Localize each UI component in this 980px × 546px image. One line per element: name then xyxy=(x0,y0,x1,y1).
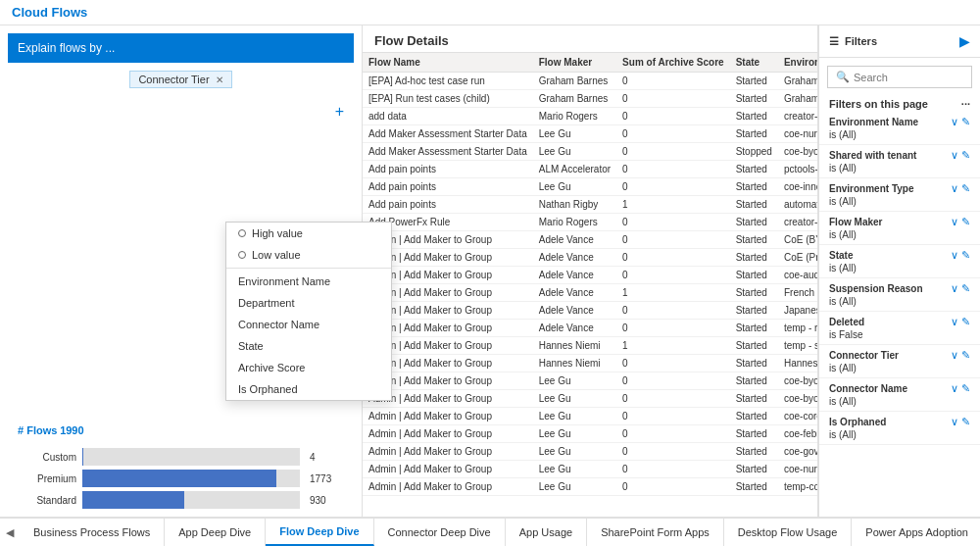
table-row[interactable]: [EPA] Run test cases (child) Graham Barn… xyxy=(363,90,817,108)
filter-edit-icon[interactable]: ✎ xyxy=(961,416,970,428)
cell-flow-name: Add pain points xyxy=(363,196,533,214)
filter-item-icons[interactable]: ∨ ✎ xyxy=(951,282,970,295)
filter-chevron-icon[interactable]: ∨ xyxy=(951,182,958,195)
filter-search-box[interactable]: 🔍 xyxy=(827,66,972,88)
table-row[interactable]: Admin | Add Maker to Group Lee Gu 0 Star… xyxy=(363,478,817,496)
cell-env-name: coe-byodl-test xyxy=(778,390,817,408)
filter-item-icons[interactable]: ∨ ✎ xyxy=(951,316,970,328)
table-row[interactable]: Add PowerFx Rule Mario Rogers 0 Started … xyxy=(363,214,817,231)
filter-edit-icon[interactable]: ✎ xyxy=(961,116,970,128)
table-row[interactable]: Admin | Add Maker to Group Adele Vance 1… xyxy=(363,284,817,302)
tab-desktop-flow-usage[interactable]: Desktop Flow Usage xyxy=(724,519,853,546)
filter-item-icons[interactable]: ∨ ✎ xyxy=(951,382,970,395)
dropdown-item-connector-name[interactable]: Connector Name xyxy=(226,314,391,335)
filter-item-value: is (All) xyxy=(829,196,970,207)
tab-power-apps-adoption[interactable]: Power Apps Adoption xyxy=(852,519,980,546)
search-icon: 🔍 xyxy=(836,71,850,83)
explain-box[interactable]: Explain flows by ... xyxy=(8,33,354,63)
tab-sharepoint-form-apps[interactable]: SharePoint Form Apps xyxy=(587,519,724,546)
tab-app-deep-dive[interactable]: App Deep Dive xyxy=(165,519,266,546)
dropdown-item-is-orphaned[interactable]: Is Orphaned xyxy=(226,378,391,400)
filter-edit-icon[interactable]: ✎ xyxy=(961,382,970,395)
table-row[interactable]: [EPA] Ad-hoc test case run Graham Barnes… xyxy=(363,73,817,90)
table-row[interactable]: Add pain points Lee Gu 0 Started coe-inn… xyxy=(363,178,817,196)
filters-collapse-button[interactable]: ▶ xyxy=(959,33,970,49)
dropdown-separator xyxy=(226,268,391,269)
filter-item-value: is (All) xyxy=(829,296,970,307)
table-row[interactable]: Add pain points Nathan Rigby 1 Started a… xyxy=(363,196,817,214)
tab-connector-deep-dive[interactable]: Connector Deep Dive xyxy=(374,519,506,546)
cell-archive-score: 0 xyxy=(616,461,730,478)
table-row[interactable]: Admin | Add Maker to Group Lee Gu 0 Star… xyxy=(363,425,817,443)
high-value-dot-icon xyxy=(238,229,246,237)
table-row[interactable]: Add pain points ALM Accelerator 0 Starte… xyxy=(363,161,817,178)
cell-flow-name: Admin | Add Maker to Group xyxy=(363,425,533,443)
filter-chevron-icon[interactable]: ∨ xyxy=(951,349,958,362)
table-row[interactable]: Admin | Add Maker to Group Adele Vance 0… xyxy=(363,231,817,249)
table-row[interactable]: Admin | Add Maker to Group Adele Vance 0… xyxy=(363,267,817,284)
filter-item-icons[interactable]: ∨ ✎ xyxy=(951,149,970,162)
filter-chevron-icon[interactable]: ∨ xyxy=(951,149,958,162)
table-row[interactable]: Admin | Add Maker to Group Hannes Niemi … xyxy=(363,337,817,355)
filter-edit-icon[interactable]: ✎ xyxy=(961,182,970,195)
table-row[interactable]: Admin | Add Maker to Group Hannes Niemi … xyxy=(363,355,817,372)
cell-env-name: temp - setup testing 1 xyxy=(778,337,817,355)
tab-business-process-flows[interactable]: Business Process Flows xyxy=(20,519,165,546)
filter-chevron-icon[interactable]: ∨ xyxy=(951,116,958,128)
table-row[interactable]: Admin | Add Maker to Group Lee Gu 0 Star… xyxy=(363,390,817,408)
filter-item-icons[interactable]: ∨ ✎ xyxy=(951,116,970,128)
filters-more-icon[interactable]: ··· xyxy=(961,98,970,110)
filter-edit-icon[interactable]: ✎ xyxy=(961,149,970,162)
cell-env-name: temp - remove CC xyxy=(778,320,817,337)
dropdown-item-state[interactable]: State xyxy=(226,335,391,357)
tab-nav-left[interactable]: ◀ xyxy=(0,519,20,546)
table-row[interactable]: Admin | Add Maker to Group Adele Vance 0… xyxy=(363,320,817,337)
filter-chevron-icon[interactable]: ∨ xyxy=(951,416,958,428)
table-row[interactable]: Admin | Add Maker to Group Adele Vance 0… xyxy=(363,249,817,267)
filter-item-icons[interactable]: ∨ ✎ xyxy=(951,416,970,428)
dropdown-item-archive-score[interactable]: Archive Score xyxy=(226,357,391,378)
table-row[interactable]: add data Mario Rogers 0 Started creator-… xyxy=(363,108,817,125)
bar-label-standard: Standard xyxy=(18,495,76,506)
col-env-name: Environment Name xyxy=(778,53,817,73)
filter-edit-icon[interactable]: ✎ xyxy=(961,282,970,295)
filter-edit-icon[interactable]: ✎ xyxy=(961,349,970,362)
table-row[interactable]: Admin | Add Maker to Group Lee Gu 0 Star… xyxy=(363,372,817,390)
col-state: State xyxy=(730,53,778,73)
cell-archive-score: 0 xyxy=(616,125,730,143)
dropdown-item-env-name[interactable]: Environment Name xyxy=(226,271,391,292)
connector-tier-tag: Connector Tier ✕ xyxy=(8,71,354,88)
table-row[interactable]: Admin | Add Maker to Group Lee Gu 0 Star… xyxy=(363,443,817,461)
filter-chevron-icon[interactable]: ∨ xyxy=(951,249,958,262)
connector-tier-close[interactable]: ✕ xyxy=(216,74,223,85)
filter-item-icons[interactable]: ∨ ✎ xyxy=(951,249,970,262)
add-button[interactable]: + xyxy=(335,104,344,120)
filter-chevron-icon[interactable]: ∨ xyxy=(951,216,958,228)
dropdown-item-low-value[interactable]: Low value xyxy=(226,244,391,266)
table-row[interactable]: Admin | Add Maker to Group Lee Gu 0 Star… xyxy=(363,461,817,478)
tab-app-usage[interactable]: App Usage xyxy=(506,519,587,546)
table-row[interactable]: Admin | Add Maker to Group Adele Vance 0… xyxy=(363,302,817,320)
cell-archive-score: 0 xyxy=(616,143,730,161)
cell-archive-score: 0 xyxy=(616,302,730,320)
filter-edit-icon[interactable]: ✎ xyxy=(961,316,970,328)
filter-search-input[interactable] xyxy=(854,72,963,83)
filter-item-icons[interactable]: ∨ ✎ xyxy=(951,216,970,228)
filter-edit-icon[interactable]: ✎ xyxy=(961,216,970,228)
cell-env-name: CoE (Prod Install) xyxy=(778,249,817,267)
filter-item: Connector Tier ∨ ✎ is (All) xyxy=(819,345,980,378)
tab-flow-deep-dive[interactable]: Flow Deep Dive xyxy=(266,519,373,546)
filter-item-icons[interactable]: ∨ ✎ xyxy=(951,349,970,362)
filter-chevron-icon[interactable]: ∨ xyxy=(951,316,958,328)
filter-edit-icon[interactable]: ✎ xyxy=(961,249,970,262)
flow-table-wrapper[interactable]: Flow Name Flow Maker Sum of Archive Scor… xyxy=(363,53,817,517)
cell-state: Started xyxy=(730,443,778,461)
table-row[interactable]: Add Maker Assessment Starter Data Lee Gu… xyxy=(363,125,817,143)
dropdown-item-high-value[interactable]: High value xyxy=(226,223,391,244)
filter-chevron-icon[interactable]: ∨ xyxy=(951,382,958,395)
table-row[interactable]: Add Maker Assessment Starter Data Lee Gu… xyxy=(363,143,817,161)
table-row[interactable]: Admin | Add Maker to Group Lee Gu 0 Star… xyxy=(363,408,817,425)
filter-chevron-icon[interactable]: ∨ xyxy=(951,282,958,295)
filter-item-icons[interactable]: ∨ ✎ xyxy=(951,182,970,195)
dropdown-item-department[interactable]: Department xyxy=(226,292,391,314)
